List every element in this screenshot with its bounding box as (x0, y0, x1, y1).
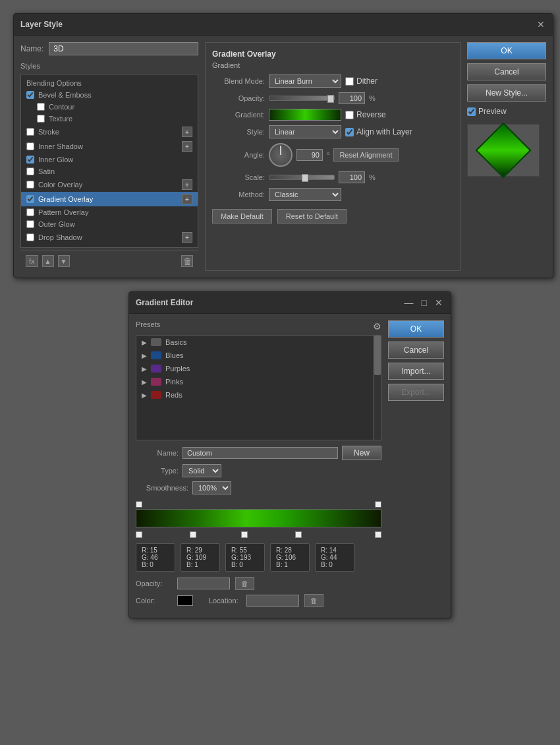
inner-glow-checkbox[interactable] (26, 156, 34, 164)
angle-dial[interactable] (269, 143, 293, 167)
ge-export-btn[interactable]: Export... (388, 384, 444, 401)
ge-import-btn[interactable]: Import... (388, 363, 444, 380)
dither-checkbox[interactable] (345, 77, 354, 86)
maximize-btn[interactable]: □ (420, 297, 428, 308)
ge-opacity-input[interactable] (177, 578, 230, 589)
opacity-stop-left[interactable] (136, 501, 142, 508)
blend-mode-select[interactable]: Linear Burn Normal Multiply Screen Overl… (269, 74, 341, 88)
gradient-bar[interactable] (136, 509, 381, 527)
scale-label: Scale: (212, 173, 265, 181)
new-style-button[interactable]: New Style... (467, 84, 546, 102)
drop-shadow-checkbox[interactable] (26, 233, 34, 241)
satin-checkbox[interactable] (26, 167, 34, 175)
angle-input[interactable] (296, 149, 323, 161)
style-item-color-overlay[interactable]: Color Overlay + (21, 177, 198, 192)
opacity-slider-thumb[interactable] (327, 95, 334, 103)
preset-item-purples[interactable]: ▶ Purples (136, 362, 381, 375)
gradient-swatch[interactable] (269, 109, 341, 121)
make-default-btn[interactable]: Make Default (212, 209, 272, 224)
opacity-stop-right[interactable] (375, 501, 381, 508)
gradient-editor-close-btn[interactable]: ✕ (434, 297, 444, 308)
presets-gear-btn[interactable]: ⚙ (373, 321, 381, 332)
texture-label: Texture (49, 115, 72, 123)
stroke-plus-btn[interactable]: + (182, 127, 192, 137)
layer-style-close-button[interactable]: ✕ (536, 19, 546, 30)
ge-ok-btn[interactable]: OK (388, 320, 444, 338)
preset-item-pinks[interactable]: ▶ Pinks (136, 375, 381, 388)
cancel-button[interactable]: Cancel (467, 63, 546, 80)
minimize-btn[interactable]: — (403, 297, 415, 308)
color-stop-5[interactable] (375, 531, 381, 538)
inner-shadow-checkbox[interactable] (26, 142, 34, 150)
preset-item-reds[interactable]: ▶ Reds (136, 388, 381, 402)
contour-checkbox[interactable] (37, 103, 45, 111)
preset-item-blues[interactable]: ▶ Blues (136, 349, 381, 362)
presets-scrollbar[interactable] (373, 336, 381, 440)
style-item-drop-shadow[interactable]: Drop Shadow + (21, 230, 198, 245)
ge-new-btn[interactable]: New (342, 446, 381, 460)
pattern-overlay-checkbox[interactable] (26, 208, 34, 216)
style-select[interactable]: Linear Radial Angle Reflected Diamond (269, 125, 341, 138)
gradient-overlay-checkbox[interactable] (26, 195, 34, 203)
style-item-satin[interactable]: Satin (21, 165, 198, 177)
color-stop-2[interactable] (190, 531, 196, 538)
style-item-outer-glow[interactable]: Outer Glow (21, 218, 198, 230)
style-item-contour[interactable]: Contour (21, 101, 198, 113)
style-item-texture[interactable]: Texture (21, 113, 198, 125)
method-label: Method: (212, 191, 265, 198)
stroke-checkbox[interactable] (26, 128, 34, 136)
reverse-checkbox[interactable] (345, 111, 354, 119)
ge-color-delete-btn[interactable]: 🗑 (304, 594, 323, 607)
delete-button[interactable]: 🗑 (181, 255, 193, 267)
preset-item-basics[interactable]: ▶ Basics (136, 336, 381, 349)
opacity-slider-track[interactable] (269, 96, 335, 101)
color-overlay-checkbox[interactable] (26, 181, 34, 189)
preview-label: Preview (478, 107, 507, 116)
drop-shadow-plus-btn[interactable]: + (182, 232, 192, 243)
style-item-inner-shadow[interactable]: Inner Shadow + (21, 139, 198, 154)
color-stops-row (136, 529, 381, 538)
style-item-bevel[interactable]: Bevel & Emboss (21, 89, 198, 101)
reset-to-default-btn[interactable]: Reset to Default (277, 209, 347, 224)
preview-checkbox[interactable] (467, 107, 476, 116)
scale-row: Scale: % (212, 171, 453, 183)
color-stop-1[interactable] (136, 531, 142, 538)
scale-slider-track[interactable] (269, 175, 335, 180)
opacity-percent: % (369, 94, 376, 102)
layer-style-title: Layer Style (20, 20, 63, 29)
ge-type-select[interactable]: Solid Noise (182, 464, 221, 477)
reset-alignment-btn[interactable]: Reset Alignment (333, 148, 398, 162)
ge-location-input[interactable] (246, 595, 299, 607)
color-swatch-small[interactable] (177, 595, 193, 606)
style-item-pattern-overlay[interactable]: Pattern Overlay (21, 206, 198, 218)
ge-name-input[interactable] (182, 447, 338, 459)
style-item-blending[interactable]: Blending Options (21, 77, 198, 89)
method-select[interactable]: Classic Perceptual Linear (269, 188, 341, 201)
align-with-layer-checkbox[interactable] (345, 128, 354, 136)
scale-input[interactable] (339, 171, 365, 183)
style-item-inner-glow[interactable]: Inner Glow (21, 154, 198, 165)
color-tooltip-2: R: 29G: 109B: 1 (181, 543, 220, 572)
ge-opacity-delete-btn[interactable]: 🗑 (235, 577, 254, 590)
gradient-editor-titlebar: Gradient Editor — □ ✕ (129, 292, 451, 314)
style-item-stroke[interactable]: Stroke + (21, 125, 198, 139)
smoothness-select[interactable]: 100% 75% 50% (192, 481, 231, 494)
right-panel: OK Cancel New Style... Preview (467, 42, 546, 271)
name-input[interactable] (49, 42, 198, 55)
gradient-overlay-plus-btn[interactable]: + (182, 194, 192, 204)
inner-shadow-plus-btn[interactable]: + (182, 141, 192, 152)
style-item-gradient-overlay[interactable]: Gradient Overlay + (21, 192, 198, 206)
color-overlay-plus-btn[interactable]: + (182, 179, 192, 190)
ge-cancel-btn[interactable]: Cancel (388, 342, 444, 359)
texture-checkbox[interactable] (37, 115, 45, 123)
color-stop-4[interactable] (295, 531, 302, 538)
color-stop-3[interactable] (241, 531, 248, 538)
fx-button[interactable]: fx (26, 255, 38, 267)
bevel-checkbox[interactable] (26, 91, 34, 99)
outer-glow-checkbox[interactable] (26, 220, 34, 228)
down-arrow-button[interactable]: ▼ (58, 255, 70, 267)
opacity-input[interactable] (339, 92, 365, 104)
ok-button[interactable]: OK (467, 42, 546, 59)
scale-slider-thumb[interactable] (302, 174, 308, 182)
up-arrow-button[interactable]: ▲ (42, 255, 54, 267)
